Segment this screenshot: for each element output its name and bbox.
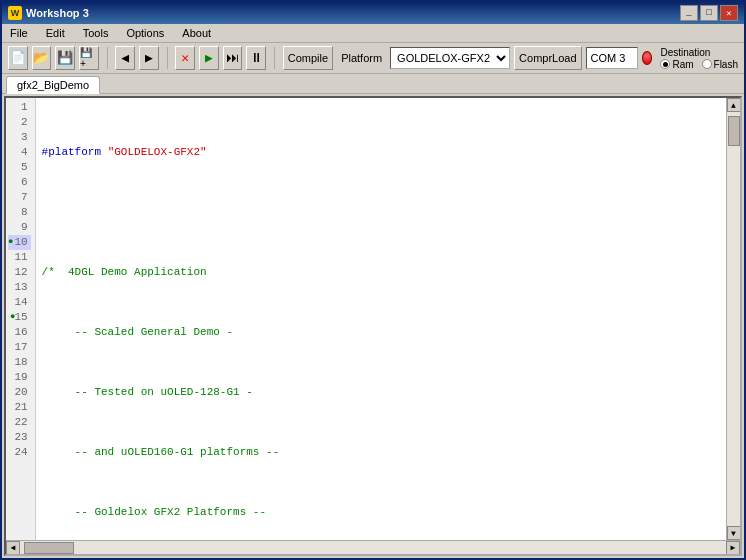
comprload-button[interactable]: ComprLoad	[514, 46, 581, 70]
scroll-right-arrow[interactable]: ▶	[726, 541, 740, 555]
scroll-track-v[interactable]	[727, 112, 740, 526]
step-button[interactable]: ⏭	[223, 46, 243, 70]
dest-ram-option[interactable]: Ram	[660, 59, 693, 70]
horizontal-scrollbar[interactable]: ◀ ▶	[6, 540, 740, 554]
back-button[interactable]: ◀	[115, 46, 135, 70]
dest-flash-radio[interactable]	[702, 59, 712, 69]
scroll-thumb-v[interactable]	[728, 116, 740, 146]
scroll-up-arrow[interactable]: ▲	[727, 98, 741, 112]
menu-tools[interactable]: Tools	[79, 26, 113, 40]
com-port-input[interactable]	[586, 47, 638, 69]
save-button[interactable]: 💾	[55, 46, 75, 70]
editor-inner: 1 2 3 4 5 6 7 8 9 ●10 11 12	[6, 98, 740, 540]
scroll-thumb-h[interactable]	[24, 542, 74, 554]
title-bar-left: W Workshop 3	[8, 6, 89, 20]
toolbar-sep-2	[167, 47, 168, 69]
scroll-down-arrow[interactable]: ▼	[727, 526, 741, 540]
pause-button[interactable]: ⏸	[246, 46, 266, 70]
stop-button[interactable]: ✕	[175, 46, 195, 70]
code-line-1: #platform "GOLDELOX-GFX2"	[42, 145, 720, 160]
platform-dropdown[interactable]: GOLDELOX-GFX2	[390, 47, 510, 69]
title-bar: W Workshop 3 _ □ ✕	[2, 2, 744, 24]
app-icon: W	[8, 6, 22, 20]
scroll-left-arrow[interactable]: ◀	[6, 541, 20, 555]
code-line-2	[42, 205, 720, 220]
code-line-6: -- and uOLED160-G1 platforms --	[42, 445, 720, 460]
dest-flash-label: Flash	[714, 59, 738, 70]
open-button[interactable]: 📂	[32, 46, 52, 70]
toolbar-sep-3	[274, 47, 275, 69]
title-bar-controls: _ □ ✕	[680, 5, 738, 21]
maximize-button[interactable]: □	[700, 5, 718, 21]
close-button[interactable]: ✕	[720, 5, 738, 21]
connection-led	[642, 51, 653, 65]
code-line-4: -- Scaled General Demo -	[42, 325, 720, 340]
saveall-button[interactable]: 💾+	[79, 46, 99, 70]
toolbar-sep-1	[107, 47, 108, 69]
menu-bar: File Edit Tools Options About	[2, 24, 744, 43]
dest-ram-radio[interactable]	[660, 59, 670, 69]
minimize-button[interactable]: _	[680, 5, 698, 21]
destination-group: Destination Ram Flash	[660, 47, 738, 70]
vertical-scrollbar[interactable]: ▲ ▼	[726, 98, 740, 540]
scroll-track-h[interactable]	[20, 541, 726, 554]
forward-button[interactable]: ▶	[139, 46, 159, 70]
run-button[interactable]: ▶	[199, 46, 219, 70]
main-content: gfx2_BigDemo 1 2 3 4 5 6 7 8 9	[2, 74, 744, 558]
menu-options[interactable]: Options	[122, 26, 168, 40]
main-window: W Workshop 3 _ □ ✕ File Edit Tools Optio…	[0, 0, 746, 560]
menu-about[interactable]: About	[178, 26, 215, 40]
menu-edit[interactable]: Edit	[42, 26, 69, 40]
window-title: Workshop 3	[26, 7, 89, 19]
dest-ram-label: Ram	[672, 59, 693, 70]
line-numbers: 1 2 3 4 5 6 7 8 9 ●10 11 12	[6, 98, 36, 540]
new-button[interactable]: 📄	[8, 46, 28, 70]
tab-gfx2bigdemo[interactable]: gfx2_BigDemo	[6, 76, 100, 94]
code-line-3: /* 4DGL Demo Application	[42, 265, 720, 280]
toolbar: 📄 📂 💾 💾+ ◀ ▶ ✕ ▶ ⏭ ⏸ Compile Platform GO…	[2, 43, 744, 74]
code-line-5: -- Tested on uOLED-128-G1 -	[42, 385, 720, 400]
code-line-7: -- Goldelox GFX2 Platforms --	[42, 505, 720, 520]
code-display[interactable]: #platform "GOLDELOX-GFX2" /* 4DGL Demo A…	[36, 98, 726, 540]
destination-label: Destination	[660, 47, 710, 58]
dest-flash-option[interactable]: Flash	[702, 59, 738, 70]
platform-label: Platform	[337, 52, 386, 64]
editor-wrapper: 1 2 3 4 5 6 7 8 9 ●10 11 12	[4, 96, 742, 556]
menu-file[interactable]: File	[6, 26, 32, 40]
destination-options: Ram Flash	[660, 59, 738, 70]
tab-bar: gfx2_BigDemo	[2, 74, 744, 94]
compile-button[interactable]: Compile	[283, 46, 333, 70]
